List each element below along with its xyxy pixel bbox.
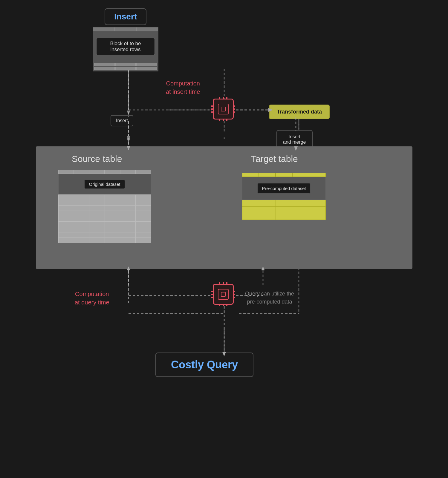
chip-query <box>213 284 234 305</box>
diagram-container: Insert Block of to be inserted rows <box>0 0 448 478</box>
source-table-label: Source table <box>72 154 122 164</box>
query-utilization-label: Query can utilize the pre-computed data <box>245 290 294 306</box>
chip-insert <box>213 99 234 120</box>
svg-marker-14 <box>127 136 130 140</box>
target-dataset-label: Pre-computed dataset <box>257 183 311 194</box>
source-dataset-label: Original dataset <box>84 180 125 189</box>
block-rows-label: Block of to be inserted rows <box>96 38 155 55</box>
db-area: Source table Target table Original datas… <box>36 146 412 269</box>
target-table-grid: Pre-computed dataset <box>242 173 326 220</box>
computation-query-label: Computation at query time <box>75 290 109 307</box>
svg-marker-6 <box>127 138 130 143</box>
svg-marker-11 <box>127 111 130 115</box>
transformed-data-box: Transformed data <box>269 105 330 119</box>
target-table-label: Target table <box>251 154 298 164</box>
computation-insert-label: Computation at insert time <box>166 79 200 96</box>
insert-top-label: Insert <box>105 8 146 25</box>
block-rows-container: Block of to be inserted rows <box>93 27 158 71</box>
insert-small-box: Insert <box>111 115 133 126</box>
source-table-grid: Original dataset <box>58 170 151 243</box>
insert-top-node: Insert Block of to be inserted rows <box>93 8 158 71</box>
costly-query-box: Costly Query <box>155 353 253 377</box>
